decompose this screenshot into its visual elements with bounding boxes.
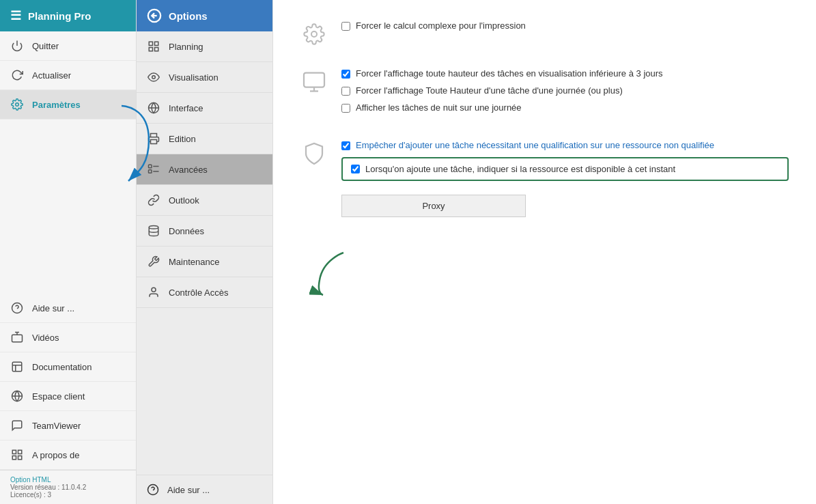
checkbox-qualification-label: Empêcher d'ajouter une tâche nécessitant… [356,140,714,150]
gear-icon [10,98,24,111]
sidebar-item-quitter-label: Quitter [32,41,59,51]
checkbox-hauteur-journee-input[interactable] [341,87,350,96]
link-icon [147,193,160,207]
sidebar-item-parametres-label: Paramètres [32,100,81,110]
checkbox-hauteur-3jours-input[interactable] [341,70,350,79]
back-icon[interactable] [147,8,162,23]
sidebar-item-documentation[interactable]: Documentation [0,352,136,382]
middle-item-outlook[interactable]: Outlook [137,185,272,216]
svg-rect-19 [149,48,152,51]
sidebar-footer: Option HTML Version réseau : 11.0.4.2 Li… [0,470,136,504]
sidebar-item-espace-client-label: Espace client [32,391,85,402]
proxy-button[interactable]: Proxy [341,195,526,217]
section-qualification: Empêcher d'ajouter une tâche nécessitant… [300,140,789,181]
checkbox-disponibilite-label: Lorsqu'on ajoute une tâche, indiquer si … [365,164,675,174]
monitor-icon [300,68,328,96]
checkbox-hauteur-journee: Forcer l'affichage Toute Hauteur d'une t… [341,85,789,96]
sidebar-item-quitter[interactable]: Quitter [0,31,136,61]
svg-rect-13 [12,456,16,460]
sidebar-item-apropos[interactable]: A propos de [0,440,136,470]
help-icon [10,301,24,315]
youtube-icon [10,331,24,344]
checkbox-qualification-input[interactable] [341,141,350,150]
sidebar-item-aide[interactable]: Aide sur ... [0,294,136,323]
doc-icon [10,360,24,374]
svg-rect-4 [12,335,23,342]
sidebar-item-documentation-label: Documentation [32,362,92,372]
sidebar-item-actualiser[interactable]: Actualiser [0,61,136,90]
svg-rect-10 [12,450,16,453]
middle-item-outlook-label: Outlook [169,195,199,206]
svg-rect-12 [18,456,22,460]
middle-panel: Options Planning Visualisation Interface… [137,0,273,504]
middle-item-maintenance-label: Maintenance [169,257,219,267]
section-impression-content: Forcer le calcul complexe pour l'impress… [341,20,789,38]
checkbox-hauteur-3jours-label: Forcer l'affichage toute hauteur des tâc… [356,68,663,79]
print-icon [147,132,160,145]
middle-item-donnees-label: Données [169,226,204,236]
svg-rect-23 [151,140,157,144]
middle-item-visualisation-label: Visualisation [169,72,219,83]
svg-point-32 [311,31,317,37]
footer-version: Version réseau : 11.0.4.2 [10,484,126,491]
svg-point-28 [149,226,158,229]
middle-item-controle-acces[interactable]: Contrôle Accès [137,277,272,308]
middle-item-donnees[interactable]: Données [137,216,272,247]
middle-footer-aide[interactable]: Aide sur ... [137,475,272,504]
middle-item-avancees[interactable]: Avancées [137,154,272,185]
app-title: Planning Pro [28,10,92,22]
section-qualification-content: Empêcher d'ajouter une tâche nécessitant… [341,140,789,181]
checkbox-taches-nuit-label: Afficher les tâches de nuit sur une jour… [356,102,522,113]
checkbox-qualification: Empêcher d'ajouter une tâche nécessitant… [341,140,789,150]
sidebar-item-espace-client[interactable]: Espace client [0,382,136,411]
refresh-icon [10,68,24,82]
svg-point-1 [16,103,19,107]
svg-rect-17 [155,42,158,45]
db-icon [147,224,160,238]
checkbox-taches-nuit-input[interactable] [341,104,350,113]
sidebar: ☰ Planning Pro Quitter Actualiser Paramè… [0,0,137,504]
checkbox-impression-input[interactable] [341,22,350,31]
svg-rect-5 [12,362,22,372]
sidebar-item-parametres[interactable]: Paramètres [0,90,136,120]
main-content: Forcer le calcul complexe pour l'impress… [273,0,816,504]
checkbox-disponibilite-input[interactable] [351,165,360,173]
footer-license: Licence(s) : 3 [10,491,126,499]
middle-item-edition-label: Edition [169,134,196,144]
green-arrow-annotation [309,246,350,300]
sidebar-item-aide-label: Aide sur ... [32,303,74,313]
middle-footer-aide-label: Aide sur ... [167,485,210,495]
svg-rect-25 [149,170,152,173]
globe-icon [10,389,24,403]
power-icon [10,39,24,53]
sidebar-item-teamviewer[interactable]: TeamViewer [0,411,136,440]
advanced-icon [147,163,160,176]
highlighted-disponibilite-row: Lorsqu'on ajoute une tâche, indiquer si … [341,157,789,181]
section-impression: Forcer le calcul complexe pour l'impress… [300,20,789,48]
middle-item-interface-label: Interface [169,103,203,113]
wrench-icon [147,255,160,268]
options-title: Options [169,10,208,22]
checkbox-taches-nuit: Afficher les tâches de nuit sur une jour… [341,102,789,113]
menu-icon[interactable]: ☰ [10,8,21,23]
middle-item-edition[interactable]: Edition [137,124,272,154]
middle-item-avancees-label: Avancées [169,165,208,175]
grid-icon [10,448,24,462]
sidebar-item-videos[interactable]: Vidéos [0,323,136,352]
svg-rect-11 [18,450,22,453]
middle-item-maintenance[interactable]: Maintenance [137,247,272,277]
middle-item-interface[interactable]: Interface [137,93,272,124]
chat-icon [10,419,24,432]
checkbox-impression-label: Forcer le calcul complexe pour l'impress… [356,20,526,31]
middle-item-planning[interactable]: Planning [137,31,272,62]
svg-rect-33 [304,73,324,87]
footer-help-icon [147,484,159,496]
checkbox-hauteur-journee-label: Forcer l'affichage Toute Hauteur d'une t… [356,85,623,96]
user-icon [147,285,160,299]
svg-point-20 [152,76,156,79]
sidebar-item-apropos-label: A propos de [32,450,79,460]
section-gear-icon [300,20,328,48]
svg-rect-24 [149,165,152,168]
middle-item-visualisation[interactable]: Visualisation [137,62,272,93]
svg-rect-18 [155,48,158,51]
